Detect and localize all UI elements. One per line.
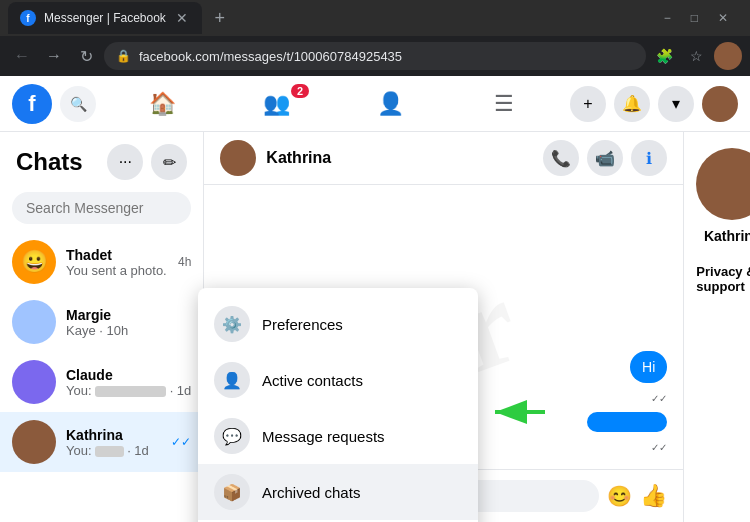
browser-toolbar: ← → ↻ 🔒 facebook.com/messages/t/10006078… [0,36,750,76]
chat-item-margie[interactable]: Margie Kaye · 10h [0,292,203,352]
chat-info-kathrina: Kathrina You: ████ · 1d [66,427,161,458]
chat-preview: You: ██████████ · 1d [66,383,191,398]
archived-chats-icon: 📦 [214,474,250,510]
fb-nav-menu[interactable]: ☰ [449,80,559,128]
extensions-icon[interactable]: 🧩 [650,42,678,70]
refresh-button[interactable]: ↻ [72,42,100,70]
chat-header: Kathrina 📞 📹 ℹ [204,132,683,185]
privacy-header[interactable]: Privacy & support ▾ [696,256,750,302]
chat-name: Thadet [66,247,168,263]
tab-favicon: f [20,10,36,26]
menu-item-archived-chats[interactable]: 📦 Archived chats [198,464,478,520]
info-button[interactable]: ℹ [631,140,667,176]
tab-bar: f Messenger | Facebook ✕ + − □ ✕ [0,0,750,36]
fb-logo: f [12,84,52,124]
chat-time: 4h [178,255,191,269]
chat-info-thadet: Thadet You sent a photo. [66,247,168,278]
header-actions: 📞 📹 ℹ [543,140,667,176]
browser-chrome: f Messenger | Facebook ✕ + − □ ✕ ← → ↻ 🔒… [0,0,750,76]
search-bar [12,192,191,224]
fb-nav-home[interactable]: 🏠 [107,80,217,128]
window-controls: − □ ✕ [658,9,742,27]
voice-call-button[interactable]: 📞 [543,140,579,176]
chat-info-margie: Margie Kaye · 10h [66,307,191,338]
privacy-section: Privacy & support ▾ [696,256,750,302]
right-panel-name: Kathrina [704,228,750,244]
chat-list: 😀 Thadet You sent a photo. 4h Margie Kay… [0,232,203,522]
like-button[interactable]: 👍 [640,483,667,509]
sidebar-header: Chats ··· ✏ [0,132,203,192]
new-tab-button[interactable]: + [206,4,234,32]
chat-name: Margie [66,307,191,323]
menu-label-message-requests: Message requests [262,428,385,445]
search-input[interactable] [12,192,191,224]
message-bubble: Hi [630,351,667,383]
chat-item-claude[interactable]: Claude You: ██████████ · 1d [0,352,203,412]
profile-avatar [714,42,742,70]
menu-label-archived-chats: Archived chats [262,484,360,501]
close-icon[interactable]: ✕ [712,9,734,27]
sidebar-actions: ··· ✏ [107,144,187,180]
menu-label-active-contacts: Active contacts [262,372,363,389]
chat-preview: You sent a photo. [66,263,168,278]
toolbar-actions: 🧩 ☆ [650,42,742,70]
fb-profile-avatar[interactable] [702,86,738,122]
forward-button[interactable]: → [40,42,68,70]
left-sidebar: Chats ··· ✏ 😀 Thadet You sent a photo. [0,132,204,522]
chat-preview: Kaye · 10h [66,323,191,338]
chat-header-name: Kathrina [266,149,533,167]
tab-close-button[interactable]: ✕ [174,8,190,28]
arrow-svg [485,397,555,427]
chat-name: Kathrina [66,427,161,443]
avatar-claude [12,360,56,404]
arrow-indicator [485,397,555,431]
back-button[interactable]: ← [8,42,36,70]
preferences-icon: ⚙️ [214,306,250,342]
privacy-title: Privacy & support [696,264,750,294]
right-panel-avatar [696,148,750,220]
minimize-icon[interactable]: − [658,9,677,27]
address-bar[interactable]: 🔒 facebook.com/messages/t/10006078492543… [104,42,646,70]
fb-nav-groups[interactable]: 👤 [335,80,445,128]
right-panel: Kathrina Privacy & support ▾ [683,132,750,522]
fb-nav-right: + 🔔 ▾ [570,86,738,122]
menu-label-preferences: Preferences [262,316,343,333]
menu-item-message-requests[interactable]: 💬 Message requests [198,408,478,464]
menu-item-active-contacts[interactable]: 👤 Active contacts [198,352,478,408]
message-bubble-2 [587,412,667,432]
chat-item-thadet[interactable]: 😀 Thadet You sent a photo. 4h [0,232,203,292]
chat-info-claude: Claude You: ██████████ · 1d [66,367,191,398]
chats-title: Chats [16,148,99,176]
app-container: Alphr Chats ··· ✏ 😀 [0,132,750,522]
fb-account-button[interactable]: ▾ [658,86,694,122]
tab-title: Messenger | Facebook [44,11,166,25]
facebook-navbar: f 🔍 🏠 👥 2 👤 ☰ + 🔔 ▾ [0,76,750,132]
chat-item-kathrina[interactable]: Kathrina You: ████ · 1d ✓✓ [0,412,203,472]
fb-nav-friends[interactable]: 👥 2 [221,80,331,128]
fb-search-button[interactable]: 🔍 [60,86,96,122]
chat-header-avatar [220,140,256,176]
active-contacts-icon: 👤 [214,362,250,398]
dropdown-menu: ⚙️ Preferences 👤 Active contacts 💬 Messa… [198,288,478,522]
emoji-button[interactable]: 😊 [607,484,632,508]
more-options-button[interactable]: ··· [107,144,143,180]
avatar-thadet: 😀 [12,240,56,284]
menu-item-preferences[interactable]: ⚙️ Preferences [198,296,478,352]
fb-notifications-button[interactable]: 🔔 [614,86,650,122]
bookmark-icon[interactable]: ☆ [682,42,710,70]
maximize-icon[interactable]: □ [685,9,704,27]
message-requests-icon: 💬 [214,418,250,454]
read-check: ✓✓ [171,435,191,449]
avatar-kathrina [12,420,56,464]
lock-icon: 🔒 [116,49,131,63]
friends-badge: 2 [291,84,309,98]
active-tab[interactable]: f Messenger | Facebook ✕ [8,2,202,34]
fb-create-button[interactable]: + [570,86,606,122]
compose-button[interactable]: ✏ [151,144,187,180]
chat-name: Claude [66,367,191,383]
video-call-button[interactable]: 📹 [587,140,623,176]
profile-icon[interactable] [714,42,742,70]
avatar-margie [12,300,56,344]
chat-preview: You: ████ · 1d [66,443,161,458]
fb-nav-center: 🏠 👥 2 👤 ☰ [107,80,559,128]
